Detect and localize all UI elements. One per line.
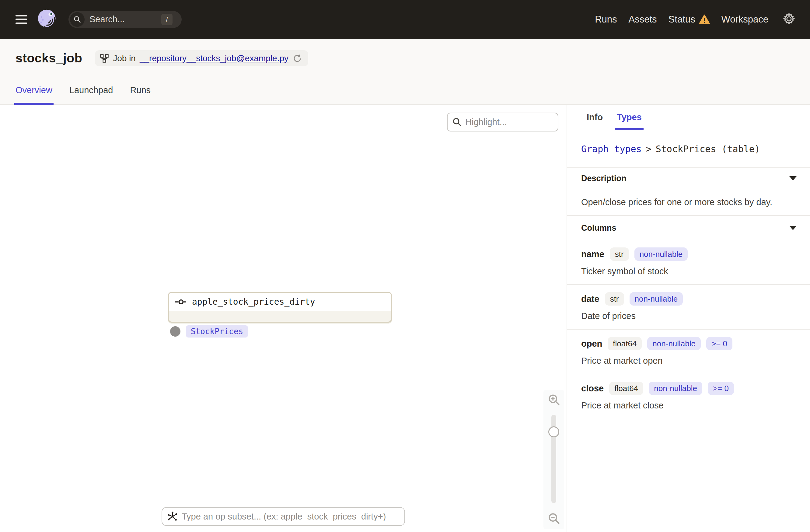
settings-button[interactable] <box>782 12 796 27</box>
column-row-open: open float64 non-nullable >= 0 Price at … <box>567 329 810 374</box>
nav-status[interactable]: Status <box>668 14 710 25</box>
repository-link[interactable]: __repository__stocks_job@example.py <box>140 53 289 63</box>
nav-runs[interactable]: Runs <box>595 14 617 25</box>
constraint-badge: >= 0 <box>706 337 732 350</box>
output-type-tag[interactable]: StockPrices <box>186 325 248 338</box>
dagster-app: Search... / Runs Assets Status <box>0 0 810 532</box>
constraint-badge: non-nullable <box>630 292 683 306</box>
sidebar-tab-info[interactable]: Info <box>587 105 603 130</box>
output-handle-icon[interactable] <box>170 326 180 337</box>
chevron-down-icon <box>789 226 797 230</box>
nav-assets[interactable]: Assets <box>629 14 657 25</box>
columns-section-header[interactable]: Columns <box>567 216 810 240</box>
zoom-out-icon[interactable] <box>547 512 561 525</box>
sidebar-tabs: Info Types <box>567 105 810 130</box>
top-nav-links: Runs Assets Status Workspace <box>595 12 796 27</box>
gear-icon <box>782 12 796 27</box>
type-breadcrumb: Graph types > StockPrices (table) <box>567 130 810 168</box>
op-node-apple-stock-prices-dirty[interactable]: apple_stock_prices_dirty <box>168 292 392 323</box>
type-badge: str <box>610 247 629 261</box>
constraint-badge: >= 0 <box>708 382 734 395</box>
op-graph-canvas[interactable]: apple_stock_prices_dirty StockPrices <box>0 105 567 532</box>
magnifier-icon <box>452 117 462 127</box>
page-header: stocks_job Job in __repository__stocks_j… <box>0 39 810 105</box>
nav-workspace[interactable]: Workspace <box>722 14 768 25</box>
top-navigation-bar: Search... / Runs Assets Status <box>0 0 810 39</box>
zoom-slider-thumb[interactable] <box>548 426 559 437</box>
chevron-down-icon <box>789 176 797 180</box>
sidebar-tab-types[interactable]: Types <box>617 105 642 130</box>
job-origin-badge: Job in __repository__stocks_job@example.… <box>95 50 308 66</box>
breadcrumb-current: StockPrices (table) <box>656 144 760 154</box>
breadcrumb-graph-types-link[interactable]: Graph types <box>581 144 642 154</box>
warning-icon <box>699 14 710 25</box>
breadcrumb-separator: > <box>646 144 651 154</box>
op-node-label: apple_stock_prices_dirty <box>192 297 315 307</box>
constraint-badge: non-nullable <box>634 247 688 261</box>
description-text: Open/close prices for one or more stocks… <box>567 189 810 216</box>
zoom-in-icon[interactable] <box>547 393 561 406</box>
column-row-date: date str non-nullable Date of prices <box>567 284 810 329</box>
op-output: StockPrices <box>170 325 248 338</box>
page-title: stocks_job <box>16 51 82 65</box>
slash-shortcut-key: / <box>161 14 173 25</box>
op-icon <box>175 299 187 305</box>
tab-runs[interactable]: Runs <box>130 85 151 104</box>
op-subset-selector[interactable] <box>162 507 405 526</box>
tab-launchpad[interactable]: Launchpad <box>69 85 113 104</box>
job-graph-icon <box>100 54 109 63</box>
description-section-header[interactable]: Description <box>567 168 810 189</box>
op-selector-icon <box>167 511 178 522</box>
highlight-search[interactable] <box>447 113 558 131</box>
op-subset-input[interactable] <box>182 512 400 522</box>
job-badge-prefix: Job in <box>113 53 136 63</box>
search-icon <box>70 12 85 27</box>
column-row-close: close float64 non-nullable >= 0 Price at… <box>567 374 810 418</box>
active-tab-underline <box>14 103 53 105</box>
active-tab-underline <box>615 128 644 130</box>
search-placeholder: Search... <box>90 14 125 25</box>
zoom-slider[interactable] <box>551 415 556 503</box>
constraint-badge: non-nullable <box>649 382 702 395</box>
tab-overview[interactable]: Overview <box>16 85 52 104</box>
zoom-controls <box>544 390 564 529</box>
type-badge: float64 <box>609 382 643 395</box>
columns-list: name str non-nullable Ticker symbol of s… <box>567 240 810 418</box>
type-sidebar: Info Types Graph types > StockPrices (ta… <box>567 105 810 532</box>
global-search[interactable]: Search... / <box>68 11 182 28</box>
dagster-logo <box>36 8 59 31</box>
highlight-input[interactable] <box>465 117 553 127</box>
type-badge: float64 <box>608 337 642 350</box>
type-badge: str <box>605 292 624 306</box>
menu-button[interactable] <box>16 15 27 24</box>
column-row-name: name str non-nullable Ticker symbol of s… <box>567 240 810 284</box>
hamburger-icon <box>16 15 27 16</box>
refresh-icon[interactable] <box>292 53 302 63</box>
constraint-badge: non-nullable <box>647 337 701 350</box>
job-tabs: Overview Launchpad Runs <box>16 85 151 104</box>
